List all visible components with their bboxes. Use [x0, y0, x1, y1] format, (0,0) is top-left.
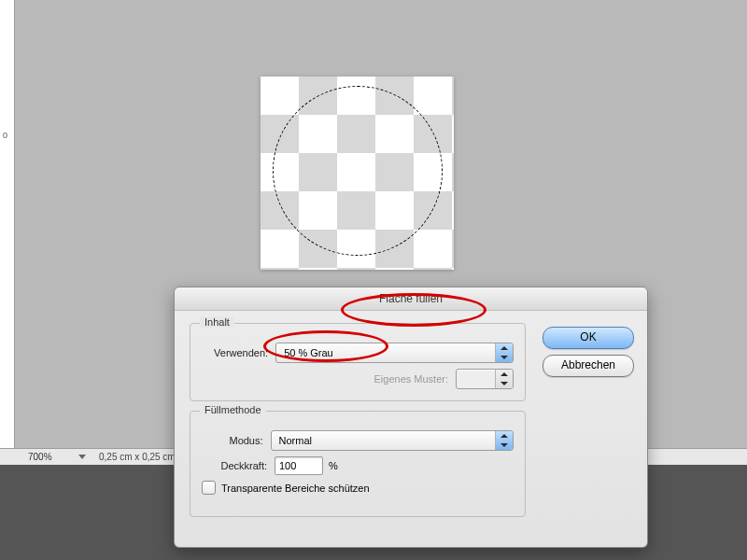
group-blending-legend: Füllmethode — [200, 404, 266, 415]
stepper-icon — [495, 431, 513, 450]
checkbox-icon — [202, 481, 216, 495]
group-blending: Füllmethode Modus: Normal Deckkraft: % — [190, 411, 526, 517]
app-stage: 0 700% 0,25 cm x 0,25 cm Fläche füllen I… — [0, 0, 747, 560]
preserve-transparency-label: Transparente Bereiche schützen — [221, 483, 370, 494]
fill-dialog: Fläche füllen Inhalt Verwenden: 50 % Gra… — [174, 287, 648, 548]
mode-label: Modus: — [202, 435, 263, 446]
use-select-value: 50 % Grau — [284, 347, 333, 358]
stepper-icon — [495, 343, 513, 362]
document-canvas[interactable] — [261, 77, 454, 270]
cancel-button[interactable]: Abbrechen — [543, 355, 634, 377]
pattern-select — [456, 369, 514, 389]
dialog-title: Fläche füllen — [175, 287, 647, 311]
stepper-icon — [495, 370, 513, 388]
ok-button[interactable]: OK — [543, 327, 634, 349]
use-select[interactable]: 50 % Grau — [275, 343, 514, 363]
group-content: Inhalt Verwenden: 50 % Grau Eigenes Must… — [190, 323, 526, 401]
mode-select-value: Normal — [279, 435, 312, 446]
selection-marquee — [273, 86, 443, 256]
preserve-transparency-checkbox[interactable]: Transparente Bereiche schützen — [202, 481, 514, 495]
ruler-vertical: 0 — [0, 0, 15, 465]
zoom-level[interactable]: 700% — [28, 452, 65, 462]
opacity-label: Deckkraft: — [202, 460, 267, 471]
group-content-legend: Inhalt — [200, 316, 234, 328]
pattern-label: Eigenes Muster: — [374, 373, 448, 385]
document-dimensions: 0,25 cm x 0,25 cm — [99, 452, 176, 462]
opacity-input[interactable] — [275, 456, 323, 475]
opacity-unit: % — [329, 460, 338, 471]
zoom-dropdown-icon[interactable] — [78, 455, 86, 459]
ruler-tick-0: 0 — [3, 131, 7, 140]
status-bar: 700% 0,25 cm x 0,25 cm — [0, 448, 198, 465]
mode-select[interactable]: Normal — [271, 430, 514, 451]
use-label: Verwenden: — [202, 347, 268, 358]
